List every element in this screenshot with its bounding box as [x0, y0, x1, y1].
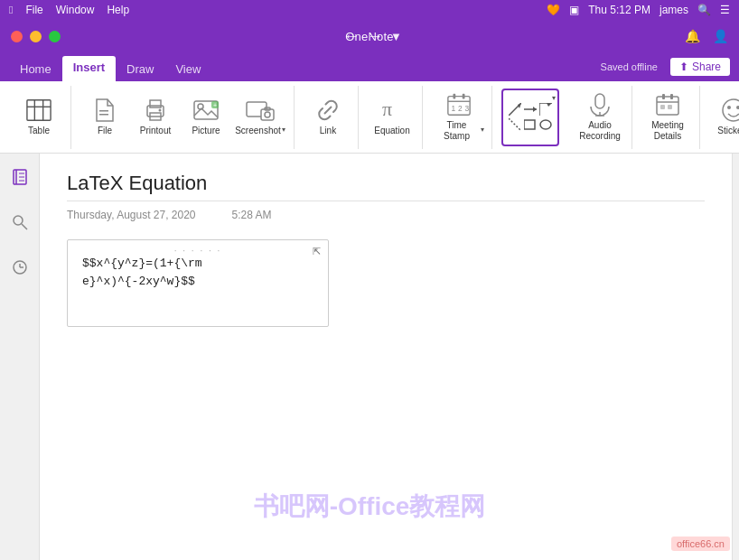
equation-content[interactable]: $$x^{y^z}=(1+{\rm e}^x)^{-2xy^w}$$	[82, 255, 313, 290]
link-ribbon-group: Link	[298, 86, 359, 149]
svg-rect-7	[150, 100, 161, 107]
picture-icon: +	[193, 98, 219, 123]
ribbon-tab-bar: Home Insert Draw View Saved offline ⬆ Sh…	[0, 52, 739, 81]
username: james	[659, 4, 688, 16]
link-button[interactable]: Link	[304, 89, 352, 146]
app-title: OneNote	[345, 30, 393, 43]
equation-ribbon-group: π Equation	[362, 86, 423, 149]
stickers-button[interactable]: Stickers	[709, 89, 739, 146]
screenshot-label: Screenshot	[235, 126, 281, 136]
maximize-button[interactable]	[49, 31, 61, 42]
equation-button[interactable]: π Equation	[368, 89, 416, 146]
svg-point-43	[727, 106, 731, 109]
audio-ribbon-group: AudioRecording	[568, 86, 632, 149]
svg-rect-31	[524, 120, 535, 129]
link-label: Link	[320, 126, 336, 136]
printout-icon	[143, 98, 168, 123]
page-title: LaTeX Equation	[67, 172, 705, 195]
shapes-ribbon-group: ▾	[496, 86, 565, 149]
svg-text:3: 3	[465, 104, 470, 113]
screenshot-button[interactable]: Screenshot ▾	[232, 89, 288, 146]
left-sidebar	[0, 154, 40, 560]
search-sidebar-icon[interactable]	[5, 208, 34, 237]
svg-rect-33	[595, 94, 604, 108]
notebooks-icon[interactable]	[5, 163, 34, 191]
equation-icon: π	[379, 98, 405, 123]
picture-label: Picture	[192, 126, 220, 136]
link-icon	[315, 98, 341, 123]
safari-icon: 🧡	[547, 4, 560, 16]
page-date: Thursday, August 27, 2020	[67, 209, 196, 221]
svg-rect-21	[463, 94, 465, 99]
recent-sidebar-icon[interactable]	[5, 253, 34, 282]
audio-icon	[587, 92, 613, 117]
svg-marker-30	[547, 103, 552, 107]
apple-menu[interactable]: 	[9, 4, 13, 16]
share-icon: ⬆	[679, 61, 688, 73]
shapes-selector[interactable]: ▾	[501, 89, 559, 146]
screen-icon: ▣	[569, 4, 579, 16]
file-menu[interactable]: File	[25, 4, 42, 16]
bell-icon[interactable]: 🔔	[685, 29, 700, 43]
saved-status: Saved offline	[601, 61, 658, 72]
audio-label: AudioRecording	[579, 120, 621, 142]
timestamp-label: Time Stamp	[434, 120, 480, 142]
main-area: LaTeX Equation Thursday, August 27, 2020…	[0, 154, 739, 560]
printout-label: Printout	[140, 126, 171, 136]
picture-button[interactable]: + Picture	[182, 89, 230, 146]
svg-rect-40	[660, 105, 665, 109]
svg-rect-4	[99, 110, 108, 112]
svg-text:π: π	[382, 98, 392, 120]
datetime: Thu 5:12 PM	[588, 4, 650, 16]
table-label: Table	[28, 126, 50, 136]
audio-button[interactable]: AudioRecording	[574, 89, 626, 146]
share-button[interactable]: ⬆ Share	[670, 58, 730, 76]
svg-rect-0	[27, 100, 51, 120]
expand-icon[interactable]: ⇱	[313, 246, 321, 257]
window-controls	[11, 31, 61, 42]
page-content-area: LaTeX Equation Thursday, August 27, 2020…	[40, 154, 732, 560]
meeting-ribbon-group: MeetingDetails	[636, 86, 700, 149]
svg-marker-27	[518, 103, 521, 108]
stickers-ribbon-group: Stickers	[704, 86, 739, 149]
timestamp-icon: 1 2 3	[446, 92, 472, 117]
close-button[interactable]	[11, 31, 23, 42]
insert-ribbon-group: File Printout +	[75, 86, 295, 149]
svg-text:2: 2	[458, 104, 463, 113]
tab-home[interactable]: Home	[9, 58, 62, 81]
tab-insert[interactable]: Insert	[62, 56, 116, 81]
svg-point-9	[159, 109, 162, 112]
screenshot-icon	[244, 98, 276, 123]
svg-rect-41	[668, 105, 672, 109]
equation-container[interactable]: · · · · · · ⇱ $$x^{y^z}=(1+{\rm e}^x)^{-…	[67, 239, 329, 327]
svg-rect-15	[261, 109, 274, 120]
help-menu[interactable]: Help	[107, 4, 129, 16]
table-button[interactable]: Table	[13, 89, 65, 146]
page-metadata: Thursday, August 27, 2020 5:28 AM	[67, 209, 705, 221]
minimize-button[interactable]	[30, 31, 42, 42]
equation-label: Equation	[374, 126, 409, 136]
printout-button[interactable]: Printout	[131, 89, 180, 146]
svg-rect-38	[670, 94, 673, 99]
timestamp-ribbon-group: 1 2 3 Time Stamp ▾	[426, 86, 492, 149]
stickers-label: Stickers	[717, 126, 739, 136]
ribbon-content: Table File	[0, 81, 739, 154]
svg-rect-5	[99, 114, 108, 116]
stickers-icon	[721, 98, 739, 123]
tab-draw[interactable]: Draw	[116, 58, 164, 81]
table-ribbon-group: Table	[7, 86, 71, 149]
ribbon-tab-actions: Saved offline ⬆ Share	[601, 58, 730, 81]
window-menu[interactable]: Window	[56, 4, 95, 16]
svg-rect-20	[453, 94, 455, 99]
tab-view[interactable]: View	[164, 58, 211, 81]
search-icon[interactable]: 🔍	[697, 4, 711, 16]
meeting-label: MeetingDetails	[651, 120, 684, 142]
svg-text:1: 1	[452, 104, 456, 113]
menu-icon[interactable]: ☰	[720, 4, 730, 16]
file-button[interactable]: File	[80, 89, 129, 146]
system-menubar:  File Window Help 🧡 ▣ Thu 5:12 PM james…	[0, 0, 739, 20]
timestamp-button[interactable]: 1 2 3 Time Stamp ▾	[432, 89, 486, 146]
vertical-scrollbar[interactable]	[732, 154, 739, 560]
avatar-icon[interactable]: 👤	[713, 29, 728, 43]
meeting-button[interactable]: MeetingDetails	[641, 89, 694, 146]
